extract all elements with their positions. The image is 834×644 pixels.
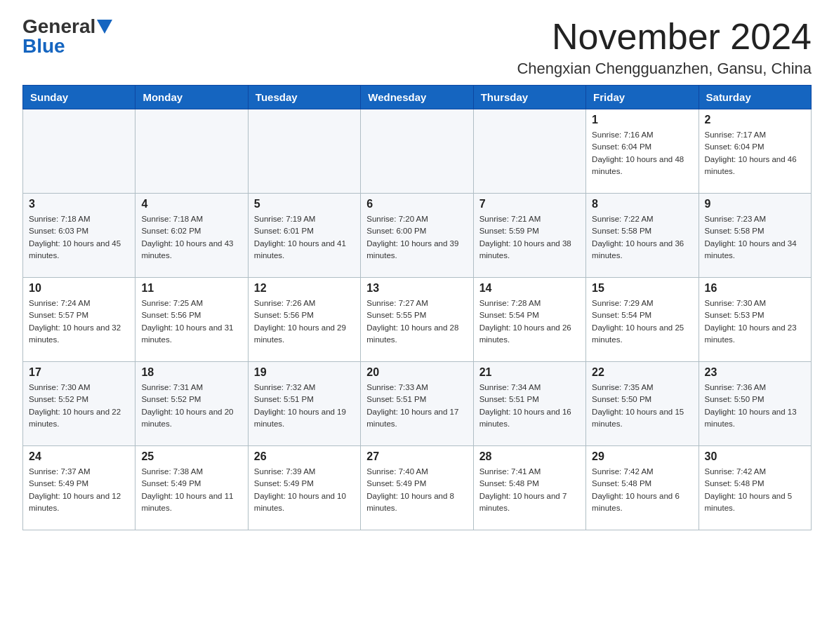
weekday-header-saturday: Saturday [699,86,811,109]
weekday-header-sunday: Sunday [23,86,135,109]
calendar-cell: 28Sunrise: 7:41 AMSunset: 5:48 PMDayligh… [473,446,585,530]
calendar-cell: 20Sunrise: 7:33 AMSunset: 5:51 PMDayligh… [361,362,473,446]
day-info: Sunrise: 7:22 AMSunset: 5:58 PMDaylight:… [592,213,692,262]
logo-blue-text: Blue [22,36,65,56]
day-info: Sunrise: 7:28 AMSunset: 5:54 PMDaylight:… [479,297,580,346]
day-number: 15 [592,282,692,295]
calendar-cell: 9Sunrise: 7:23 AMSunset: 5:58 PMDaylight… [699,194,811,278]
day-number: 5 [254,198,355,210]
month-title: November 2024 [517,17,812,57]
calendar-week-3: 10Sunrise: 7:24 AMSunset: 5:57 PMDayligh… [23,278,812,362]
day-number: 19 [254,366,355,379]
calendar-cell: 12Sunrise: 7:26 AMSunset: 5:56 PMDayligh… [248,278,360,362]
calendar-cell [473,109,585,194]
calendar-cell: 29Sunrise: 7:42 AMSunset: 5:48 PMDayligh… [586,446,699,530]
day-info: Sunrise: 7:39 AMSunset: 5:49 PMDaylight:… [254,466,355,514]
day-info: Sunrise: 7:17 AMSunset: 6:04 PMDaylight:… [705,129,805,177]
calendar-cell: 7Sunrise: 7:21 AMSunset: 5:59 PMDaylight… [473,194,585,278]
day-number: 10 [29,282,129,295]
day-number: 23 [705,366,805,379]
calendar-cell: 16Sunrise: 7:30 AMSunset: 5:53 PMDayligh… [699,278,811,362]
calendar-cell: 6Sunrise: 7:20 AMSunset: 6:00 PMDaylight… [361,194,473,278]
calendar-week-1: 1Sunrise: 7:16 AMSunset: 6:04 PMDaylight… [23,109,812,194]
day-number: 12 [254,282,355,295]
day-number: 27 [366,450,467,463]
day-info: Sunrise: 7:29 AMSunset: 5:54 PMDaylight:… [592,297,692,346]
location-title: Chengxian Chengguanzhen, Gansu, China [517,60,812,78]
day-number: 20 [366,366,467,379]
day-info: Sunrise: 7:35 AMSunset: 5:50 PMDaylight:… [592,382,692,430]
calendar-cell: 15Sunrise: 7:29 AMSunset: 5:54 PMDayligh… [586,278,699,362]
day-number: 9 [705,198,805,210]
day-info: Sunrise: 7:19 AMSunset: 6:01 PMDaylight:… [254,213,355,262]
calendar-cell: 18Sunrise: 7:31 AMSunset: 5:52 PMDayligh… [135,362,248,446]
weekday-header-wednesday: Wednesday [361,86,473,109]
day-info: Sunrise: 7:34 AMSunset: 5:51 PMDaylight:… [479,382,580,430]
weekday-header-monday: Monday [135,86,248,109]
calendar-cell: 1Sunrise: 7:16 AMSunset: 6:04 PMDaylight… [586,109,699,194]
day-info: Sunrise: 7:31 AMSunset: 5:52 PMDaylight:… [141,382,241,430]
calendar-header: SundayMondayTuesdayWednesdayThursdayFrid… [23,86,812,109]
day-info: Sunrise: 7:42 AMSunset: 5:48 PMDaylight:… [705,466,805,514]
calendar-cell [23,109,135,194]
calendar-cell: 11Sunrise: 7:25 AMSunset: 5:56 PMDayligh… [135,278,248,362]
day-number: 22 [592,366,692,379]
day-number: 14 [479,282,580,295]
calendar-cell: 17Sunrise: 7:30 AMSunset: 5:52 PMDayligh… [23,362,135,446]
day-info: Sunrise: 7:23 AMSunset: 5:58 PMDaylight:… [705,213,805,262]
logo: General Blue [22,17,112,56]
day-info: Sunrise: 7:20 AMSunset: 6:00 PMDaylight:… [366,213,467,262]
day-info: Sunrise: 7:32 AMSunset: 5:51 PMDaylight:… [254,382,355,430]
day-info: Sunrise: 7:26 AMSunset: 5:56 PMDaylight:… [254,297,355,346]
day-number: 18 [141,366,241,379]
day-number: 13 [366,282,467,295]
calendar-cell [361,109,473,194]
day-number: 24 [29,450,129,463]
day-number: 3 [29,198,129,210]
calendar-cell: 22Sunrise: 7:35 AMSunset: 5:50 PMDayligh… [586,362,699,446]
day-number: 16 [705,282,805,295]
calendar-body: 1Sunrise: 7:16 AMSunset: 6:04 PMDaylight… [23,109,812,530]
weekday-row: SundayMondayTuesdayWednesdayThursdayFrid… [23,86,812,109]
day-info: Sunrise: 7:30 AMSunset: 5:52 PMDaylight:… [29,382,129,430]
day-info: Sunrise: 7:25 AMSunset: 5:56 PMDaylight:… [141,297,241,346]
day-info: Sunrise: 7:27 AMSunset: 5:55 PMDaylight:… [366,297,467,346]
calendar-cell: 10Sunrise: 7:24 AMSunset: 5:57 PMDayligh… [23,278,135,362]
day-number: 6 [366,198,467,210]
day-number: 8 [592,198,692,210]
calendar-cell: 19Sunrise: 7:32 AMSunset: 5:51 PMDayligh… [248,362,360,446]
day-info: Sunrise: 7:41 AMSunset: 5:48 PMDaylight:… [479,466,580,514]
day-number: 28 [479,450,580,463]
weekday-header-thursday: Thursday [473,86,585,109]
day-number: 7 [479,198,580,210]
calendar-cell: 23Sunrise: 7:36 AMSunset: 5:50 PMDayligh… [699,362,811,446]
calendar-cell: 21Sunrise: 7:34 AMSunset: 5:51 PMDayligh… [473,362,585,446]
calendar-table: SundayMondayTuesdayWednesdayThursdayFrid… [22,85,812,530]
calendar-cell: 3Sunrise: 7:18 AMSunset: 6:03 PMDaylight… [23,194,135,278]
calendar-week-2: 3Sunrise: 7:18 AMSunset: 6:03 PMDaylight… [23,194,812,278]
day-info: Sunrise: 7:16 AMSunset: 6:04 PMDaylight:… [592,129,692,177]
day-number: 25 [141,450,241,463]
calendar-week-5: 24Sunrise: 7:37 AMSunset: 5:49 PMDayligh… [23,446,812,530]
calendar-cell [248,109,360,194]
svg-marker-0 [97,20,112,34]
calendar-cell: 27Sunrise: 7:40 AMSunset: 5:49 PMDayligh… [361,446,473,530]
logo-triangle-icon [97,20,112,35]
day-number: 30 [705,450,805,463]
day-number: 17 [29,366,129,379]
day-number: 4 [141,198,241,210]
calendar-cell: 4Sunrise: 7:18 AMSunset: 6:02 PMDaylight… [135,194,248,278]
day-number: 29 [592,450,692,463]
day-number: 11 [141,282,241,295]
day-info: Sunrise: 7:33 AMSunset: 5:51 PMDaylight:… [366,382,467,430]
day-info: Sunrise: 7:18 AMSunset: 6:02 PMDaylight:… [141,213,241,262]
logo-general-text: General [22,17,95,36]
calendar-cell: 5Sunrise: 7:19 AMSunset: 6:01 PMDaylight… [248,194,360,278]
title-block: November 2024 Chengxian Chengguanzhen, G… [517,17,812,78]
calendar-cell: 26Sunrise: 7:39 AMSunset: 5:49 PMDayligh… [248,446,360,530]
day-info: Sunrise: 7:30 AMSunset: 5:53 PMDaylight:… [705,297,805,346]
calendar-week-4: 17Sunrise: 7:30 AMSunset: 5:52 PMDayligh… [23,362,812,446]
calendar-cell: 8Sunrise: 7:22 AMSunset: 5:58 PMDaylight… [586,194,699,278]
day-number: 21 [479,366,580,379]
calendar-cell: 14Sunrise: 7:28 AMSunset: 5:54 PMDayligh… [473,278,585,362]
